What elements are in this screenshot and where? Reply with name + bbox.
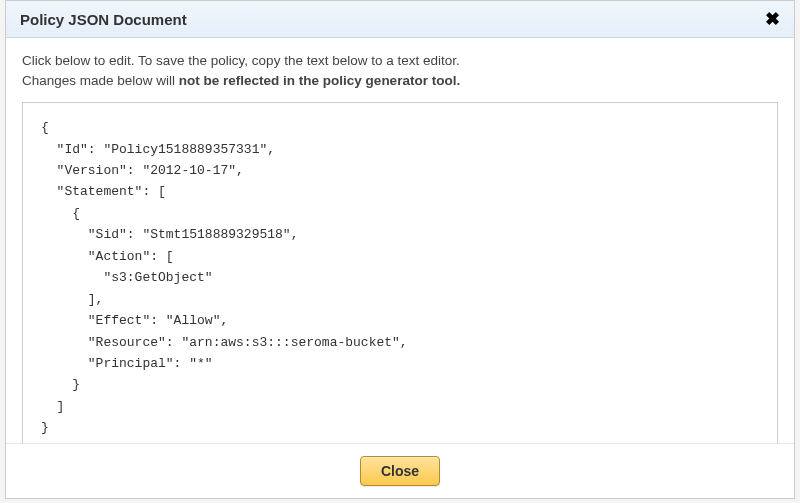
instructions-line1: Click below to edit. To save the policy,… — [22, 53, 460, 68]
close-button[interactable]: Close — [360, 456, 440, 486]
close-icon[interactable]: ✖ — [765, 10, 780, 28]
modal-title: Policy JSON Document — [20, 11, 187, 28]
instructions-line2-prefix: Changes made below will — [22, 73, 179, 88]
modal-body[interactable]: Click below to edit. To save the policy,… — [6, 38, 794, 443]
modal-footer: Close — [6, 443, 794, 498]
policy-json-textarea[interactable]: { "Id": "Policy1518889357331", "Version"… — [22, 102, 778, 443]
policy-json-modal: Policy JSON Document ✖ Click below to ed… — [5, 0, 795, 499]
instructions-line2-bold: not be reflected in the policy generator… — [179, 73, 460, 88]
modal-header: Policy JSON Document ✖ — [6, 1, 794, 38]
edit-instructions: Click below to edit. To save the policy,… — [22, 51, 778, 90]
